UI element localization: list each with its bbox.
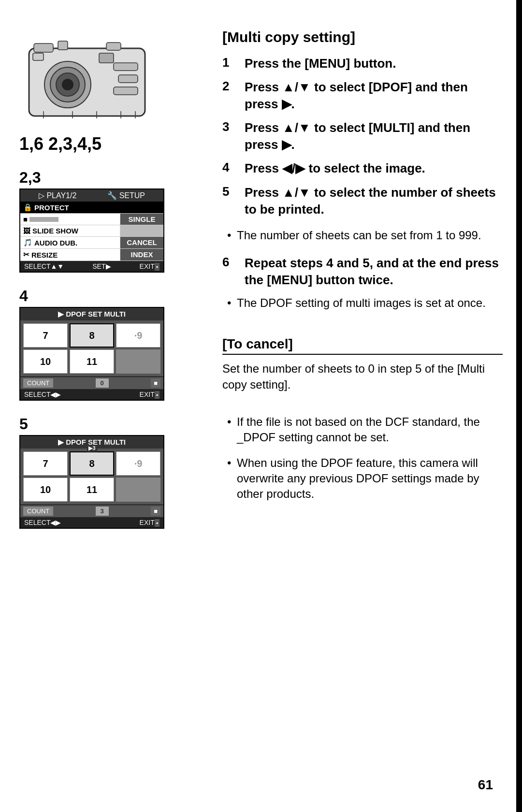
menu-cell-slideshow-side [120,225,163,236]
dpof-count-label-4: COUNT [23,378,53,388]
svg-rect-10 [114,87,138,95]
step-4-text: Press ◀/▶ to select the image. [245,160,425,177]
dpof-footer-select-4: SELECT◀▶ [24,391,61,398]
step-2-text: Press ▲/▼ to select [DPOF] and then pres… [245,79,503,113]
menu-row-dpof: ■ SINGLE [20,214,163,225]
svg-rect-11 [99,53,114,63]
dpof-footer-select-5: SELECT◀▶ [24,519,61,526]
step-6-text: Repeat steps 4 and 5, and at the end pre… [245,255,503,289]
camera-icon [19,29,155,121]
dpof-count-row-4: COUNT 0 ■ [20,377,163,389]
svg-rect-8 [114,63,138,71]
menu-cell-audiodub: 🎵 AUDIO DUB. [20,237,120,248]
menu-row-protect: 🔒 PROTECT [20,202,163,214]
dpof-cell-11: 11 [70,349,114,374]
menu-row-resize: ✂ RESIZE INDEX [20,249,163,261]
dpof-cell-5-empty [116,478,160,502]
menu-tab-play: ▷ PLAY1/2 [39,191,76,200]
step-2-num: 2 [222,79,237,94]
right-border [516,0,522,812]
dpof-screen-4: ▶ DPOF SET MULTI 7 8 ·9 10 11 COUNT 0 ■ … [19,307,164,401]
menu-screen: ▷ PLAY1/2 🔧 SETUP 🔒 PROTECT ■ SINGLE 🖼 S… [19,188,164,273]
menu-tab-setup: 🔧 SETUP [107,191,145,200]
step-5: 5 Press ▲/▼ to select the number of shee… [222,184,503,218]
dpof-footer-exit-4: EXIT▪ [140,391,160,398]
dpof-count-value-4: 0 [96,378,109,388]
svg-point-4 [62,79,73,90]
step-4: 4 Press ◀/▶ to select the image. [222,160,503,177]
dpof-grid-5: 7 ▶3 8 ·9 10 11 [20,449,163,505]
cancel-text: Set the number of sheets to 0 in step 5 … [222,361,503,393]
svg-rect-6 [58,41,68,50]
svg-rect-9 [118,75,138,83]
dpof-footer-exit-5: EXIT▪ [140,519,160,526]
dpof-cell-8: 8 [70,323,114,348]
menu-cell-dpof: ■ [20,214,120,225]
menu-header: ▷ PLAY1/2 🔧 SETUP [20,189,163,202]
step-3: 3 Press ▲/▼ to select [MULTI] and then p… [222,119,503,153]
left-column: 1,6 2,3,4,5 2,3 ▷ PLAY1/2 🔧 SETUP 🔒 PROT… [19,19,203,793]
step-1-text: Press the [MENU] button. [245,55,396,72]
menu-cell-slideshow: 🖼 SLIDE SHOW [20,225,120,236]
dpof-screen-5: ▶ DPOF SET MULTI 7 ▶3 8 ·9 10 11 COUNT 3… [19,435,164,529]
dpof-cell-5-8: ▶3 8 [70,451,114,476]
svg-rect-7 [106,43,121,50]
step-6-num: 6 [222,255,237,270]
menu-footer-select: SELECT▲▼ [24,262,64,270]
screen23-label: 2,3 [19,169,41,187]
dpof-cell-5-11: 11 [70,478,114,502]
menu-footer-set: SET▶ [92,262,111,270]
step-5-num: 5 [222,184,237,199]
dpof-cell-5-9: ·9 [116,451,160,476]
camera-figure [19,29,174,124]
step-2: 2 Press ▲/▼ to select [DPOF] and then pr… [222,79,503,113]
menu-cell-cancel: CANCEL [120,237,163,248]
step-3-text: Press ▲/▼ to select [MULTI] and then pre… [245,119,503,153]
note-dpof: When using the DPOF feature, this camera… [222,455,503,502]
bullet-dpof-once: The DPOF setting of multi images is set … [222,295,503,311]
dpof-cell-empty [116,349,160,374]
cancel-section-title: [To cancel] [222,336,503,355]
step-1: 1 Press the [MENU] button. [222,55,503,72]
step-3-num: 3 [222,119,237,134]
dpof-footer-4: SELECT◀▶ EXIT▪ [20,389,163,400]
svg-rect-12 [33,53,44,60]
right-column: [Multi copy setting] 1 Press the [MENU] … [203,19,503,793]
step-4-num: 4 [222,160,237,175]
camera-steps-label: 1,6 2,3,4,5 [19,134,102,154]
screen5-label: 5 [19,415,28,433]
menu-cell-index: INDEX [120,249,163,261]
dpof-cell-7: 7 [23,323,68,348]
steps-list: 1 Press the [MENU] button. 2 Press ▲/▼ t… [222,55,503,218]
menu-footer: SELECT▲▼ SET▶ EXIT▪ [20,261,163,272]
dpof-count-value-5: 3 [96,507,109,516]
screen4-label: 4 [19,287,28,305]
dpof-count-label-5: COUNT [23,507,53,516]
dpof-cell-5-10: 10 [23,478,68,502]
menu-row-audiodub: 🎵 AUDIO DUB. CANCEL [20,237,163,249]
menu-cell-protect: 🔒 PROTECT [20,202,163,213]
note-dcf: If the file is not based on the DCF stan… [222,414,503,446]
menu-row-slideshow: 🖼 SLIDE SHOW [20,225,163,237]
step-5-text: Press ▲/▼ to select the number of sheets… [245,184,503,218]
menu-footer-exit: EXIT▪ [140,262,160,270]
dpof-grid-4: 7 8 ·9 10 11 [20,320,163,377]
dpof-cell-10: 10 [23,349,68,374]
svg-rect-5 [34,44,53,52]
dpof-footer-5: SELECT◀▶ EXIT▪ [20,517,163,528]
dpof-header-4: ▶ DPOF SET MULTI [20,308,163,320]
dpof-cell-5-7: 7 [23,451,68,476]
bullet-sheets-range: The number of sheets can be set from 1 t… [222,228,503,243]
dpof-count-row-5: COUNT 3 ■ [20,505,163,517]
menu-cell-resize: ✂ RESIZE [20,249,120,261]
section-title-multi-copy: [Multi copy setting] [222,29,503,45]
page-number: 61 [478,777,493,793]
step-1-num: 1 [222,55,237,70]
step-6-container: 6 Repeat steps 4 and 5, and at the end p… [222,255,503,289]
dpof-cell-9: ·9 [116,323,160,348]
menu-cell-single: SINGLE [120,214,163,225]
